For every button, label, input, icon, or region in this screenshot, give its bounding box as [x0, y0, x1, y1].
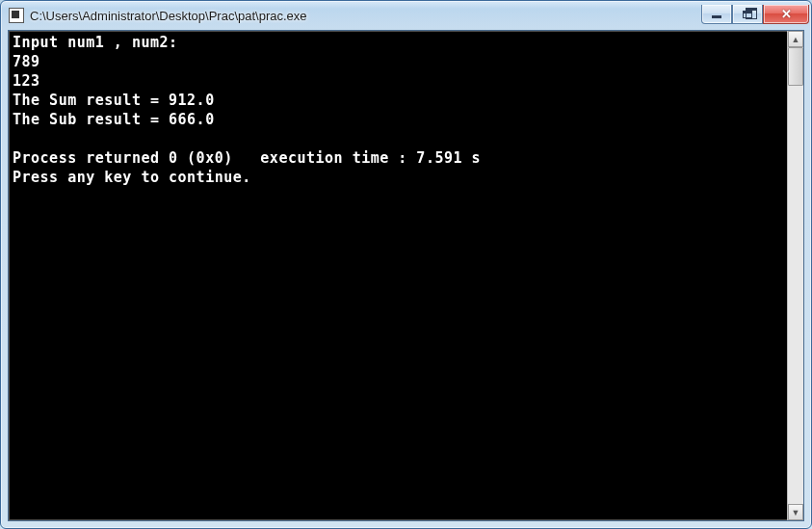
- app-icon: [9, 8, 24, 23]
- maximize-icon: [743, 11, 752, 18]
- chevron-up-icon: ▲: [792, 35, 800, 44]
- scroll-thumb[interactable]: [788, 47, 803, 86]
- minimize-icon: [712, 15, 721, 18]
- scroll-down-button[interactable]: ▼: [788, 504, 803, 520]
- console-line: Input num1 , num2:: [13, 34, 178, 51]
- console-line: 123: [13, 72, 40, 90]
- scroll-track[interactable]: [788, 47, 803, 504]
- window-controls: ✕: [701, 5, 809, 24]
- close-button[interactable]: ✕: [763, 5, 809, 24]
- close-icon: ✕: [781, 8, 792, 20]
- console-line: The Sub result = 666.0: [13, 111, 215, 128]
- console-window: C:\Users\Administrator\Desktop\Prac\pat\…: [0, 0, 812, 529]
- vertical-scrollbar[interactable]: ▲ ▼: [787, 31, 803, 520]
- console-line: 789: [13, 53, 40, 70]
- maximize-button[interactable]: [732, 5, 763, 24]
- console-line: The Sum result = 912.0: [13, 92, 215, 109]
- minimize-button[interactable]: [701, 5, 732, 24]
- console-output[interactable]: Input num1 , num2: 789 123 The Sum resul…: [9, 31, 787, 520]
- scroll-up-button[interactable]: ▲: [788, 31, 803, 47]
- console-line: Press any key to continue.: [13, 169, 251, 186]
- console-line: Process returned 0 (0x0) execution time …: [13, 149, 481, 167]
- client-area: Input num1 , num2: 789 123 The Sum resul…: [8, 30, 804, 521]
- titlebar[interactable]: C:\Users\Administrator\Desktop\Prac\pat\…: [1, 1, 811, 30]
- chevron-down-icon: ▼: [792, 508, 800, 517]
- window-title: C:\Users\Administrator\Desktop\Prac\pat\…: [30, 9, 701, 23]
